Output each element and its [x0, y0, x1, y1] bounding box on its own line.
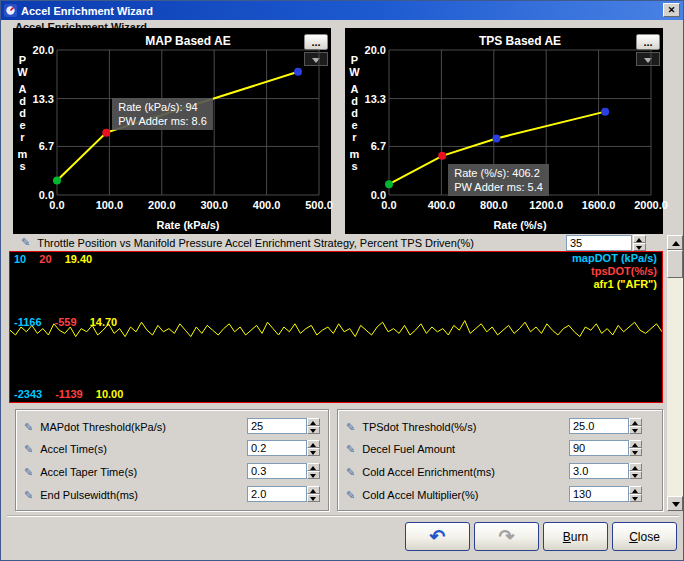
- spinner-down-icon[interactable]: [629, 426, 642, 434]
- strategy-label: Throttle Position vs Manifold Pressure A…: [37, 237, 474, 249]
- spinner: [629, 463, 642, 479]
- point-tooltip: Rate (kPa/s): 94PW Adder ms: 8.6: [112, 98, 213, 130]
- cold-accel-multiplier-input[interactable]: [569, 486, 629, 502]
- spinner-down-icon[interactable]: [633, 243, 646, 251]
- accel-taper-time-input[interactable]: [247, 463, 307, 479]
- point-tooltip: Rate (%/s): 406.2PW Adder ms: 5.4: [448, 164, 549, 196]
- legend-afr1: afr1 ("AFR"): [572, 278, 657, 291]
- spinner-up-icon[interactable]: [629, 486, 642, 494]
- x-tick-label: 1200.0: [526, 199, 566, 211]
- spinner-up-icon[interactable]: [629, 440, 642, 448]
- curve-point[interactable]: [385, 180, 393, 188]
- spinner-down-icon[interactable]: [629, 448, 642, 456]
- scope-axis-value: 19.40: [65, 253, 93, 265]
- spinner-up-icon[interactable]: [629, 463, 642, 471]
- y-tick-label: 20.0: [25, 44, 54, 56]
- curve-point[interactable]: [294, 68, 302, 76]
- realtime-scope: mapDOT (kPa/s) tpsDOT(%/s) afr1 ("AFR") …: [9, 251, 663, 403]
- edit-icon: ✎: [24, 490, 33, 501]
- burn-button[interactable]: Burn: [543, 522, 608, 551]
- scope-axis-mid: -1166 -559 14.70: [14, 316, 127, 328]
- spinner-down-icon[interactable]: [629, 471, 642, 479]
- spinner-down-icon[interactable]: [307, 471, 320, 479]
- x-tick-label: 400.0: [421, 199, 461, 211]
- y-tick-label: 20.0: [357, 44, 386, 56]
- redo-button[interactable]: ↷: [474, 522, 539, 551]
- scope-axis-value: 14.70: [90, 316, 118, 328]
- curve-point[interactable]: [53, 177, 61, 185]
- cold-accel-enrichment-input[interactable]: [569, 463, 629, 479]
- scope-legend: mapDOT (kPa/s) tpsDOT(%/s) afr1 ("AFR"): [572, 252, 657, 291]
- vertical-scrollbar[interactable]: [667, 235, 683, 511]
- spinner-up-icon[interactable]: [307, 418, 320, 426]
- spinner-down-icon[interactable]: [307, 494, 320, 502]
- x-tick-label: 100.0: [89, 199, 129, 211]
- mapdot-threshold-input[interactable]: [247, 418, 307, 434]
- spinner: [307, 440, 320, 456]
- tpsdot-threshold-input[interactable]: [569, 418, 629, 434]
- scope-axis-value: -1166: [14, 316, 42, 328]
- end-pulsewidth-input[interactable]: [247, 486, 307, 502]
- edit-icon: ✎: [24, 422, 33, 433]
- x-tick-label: 400.0: [247, 199, 287, 211]
- spinner: [307, 418, 320, 434]
- legend-mapdot: mapDOT (kPa/s): [572, 252, 657, 265]
- close-icon[interactable]: ✕: [663, 3, 680, 17]
- legend-tpsdot: tpsDOT(%/s): [572, 265, 657, 278]
- edit-icon: ✎: [346, 422, 355, 433]
- spinner: [307, 463, 320, 479]
- spinner: [629, 418, 642, 434]
- field-row: ✎ MAPdot Threshold(kPa/s): [22, 418, 334, 436]
- window-title: Accel Enrichment Wizard: [21, 5, 153, 17]
- scope-axis-bottom: -2343 -1139 10.00: [14, 388, 133, 400]
- spinner-up-icon[interactable]: [307, 440, 320, 448]
- scrollbar-up-icon[interactable]: [667, 235, 683, 250]
- field-row: ✎ Decel Fuel Amount: [344, 440, 668, 458]
- x-tick-label: 300.0: [194, 199, 234, 211]
- curve-point[interactable]: [492, 134, 500, 142]
- undo-button[interactable]: ↶: [405, 522, 470, 551]
- spinner: [307, 486, 320, 502]
- y-tick-label: 0.0: [25, 189, 54, 201]
- field-label: Cold Accel Multiplier(%): [362, 489, 478, 501]
- close-button[interactable]: Close: [612, 522, 677, 551]
- app-icon: [4, 4, 17, 17]
- field-label: Decel Fuel Amount: [362, 443, 455, 455]
- field-row: ✎ TPSdot Threshold(%/s): [344, 418, 668, 436]
- spinner-down-icon[interactable]: [629, 494, 642, 502]
- x-tick-label: 2000.0: [631, 199, 671, 211]
- scrollbar-down-icon[interactable]: [667, 496, 683, 511]
- curve-point[interactable]: [102, 129, 110, 137]
- curve-point[interactable]: [601, 108, 609, 116]
- accel-time-input[interactable]: [247, 440, 307, 456]
- tps-settings-group: ✎ TPSdot Threshold(%/s) ✎ Decel Fuel Amo…: [337, 409, 663, 511]
- curve-point[interactable]: [438, 152, 446, 160]
- y-tick-label: 0.0: [357, 189, 386, 201]
- tps-driven-percent-input[interactable]: [566, 235, 632, 251]
- title-bar[interactable]: Accel Enrichment Wizard ✕: [1, 1, 683, 20]
- edit-icon: ✎: [21, 237, 30, 248]
- field-label: Cold Accel Enrichment(ms): [362, 466, 495, 478]
- spinner-up-icon[interactable]: [633, 235, 646, 243]
- spinner-down-icon[interactable]: [307, 426, 320, 434]
- y-tick-label: 6.7: [25, 140, 54, 152]
- accel-enrichment-wizard-window: Accel Enrichment Wizard ✕ Accel Enrichme…: [0, 0, 684, 561]
- scope-axis-top: 10 20 19.40: [14, 253, 102, 265]
- strategy-row: ✎ Throttle Position vs Manifold Pressure…: [13, 235, 665, 250]
- spinner: [629, 486, 642, 502]
- decel-fuel-amount-input[interactable]: [569, 440, 629, 456]
- scrollbar-thumb[interactable]: [667, 250, 683, 278]
- spinner-down-icon[interactable]: [307, 448, 320, 456]
- field-row: ✎ Accel Time(s): [22, 440, 334, 458]
- clipped-dialog-heading: Accel Enrichment Wizard: [15, 21, 147, 28]
- edit-icon: ✎: [346, 467, 355, 478]
- spinner-up-icon[interactable]: [307, 486, 320, 494]
- map-based-ae-chart: MAP Based AE ... PWAdderms Rate (kPa/s) …: [13, 28, 331, 234]
- scope-axis-value: -2343: [14, 388, 42, 400]
- divider: [7, 515, 679, 517]
- scope-axis-value: 10.00: [96, 388, 124, 400]
- spinner-up-icon[interactable]: [307, 463, 320, 471]
- x-tick-label: 1600.0: [579, 199, 619, 211]
- y-tick-label: 13.3: [357, 93, 386, 105]
- spinner-up-icon[interactable]: [629, 418, 642, 426]
